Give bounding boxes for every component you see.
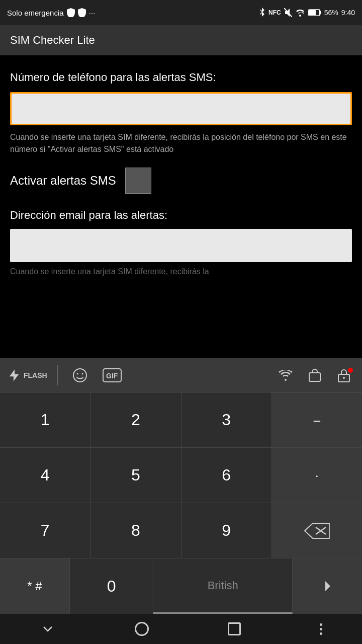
- bluetooth-icon: [258, 8, 265, 18]
- status-bar: Solo emergencia ··· NFC 56% 9:40: [0, 0, 362, 25]
- key-7[interactable]: 7: [0, 503, 90, 558]
- key-5[interactable]: 5: [90, 448, 181, 503]
- key-sym[interactable]: * #: [0, 558, 70, 614]
- key-zero[interactable]: 0: [70, 558, 153, 614]
- gif-button[interactable]: GIF: [99, 366, 126, 384]
- kb-bag-icon: [308, 368, 322, 382]
- carrier-text: Solo emergencia: [7, 9, 64, 17]
- kb-row-2: 4 5 6 ·: [0, 448, 362, 503]
- status-right: NFC 56% 9:40: [258, 8, 355, 18]
- shield-icon-2: [78, 8, 86, 17]
- kb-wifi-button[interactable]: [275, 368, 297, 383]
- keyboard-toolbar: FLASH GIF: [0, 358, 362, 392]
- svg-rect-2: [319, 11, 321, 15]
- nav-home-button[interactable]: [135, 622, 149, 636]
- sym-label: * #: [27, 579, 42, 593]
- lang-label: British: [208, 579, 238, 592]
- kb-row-3: 7 8 9: [0, 503, 362, 558]
- flash-label: FLASH: [24, 371, 47, 379]
- keyboard-rows: 1 2 3 – 4 5 6 · 7 8 9: [0, 392, 362, 614]
- toolbar-divider-1: [57, 365, 58, 385]
- arrow-right-icon: [320, 579, 334, 593]
- nav-home-icon: [135, 622, 149, 636]
- mute-icon: [284, 8, 292, 17]
- cutoff-text: Cuando se inserte una tarjeta SIM difere…: [10, 267, 352, 279]
- app-bar: SIM Checker Lite: [0, 25, 362, 55]
- kb-wifi-icon: [279, 370, 293, 381]
- svg-point-4: [73, 369, 86, 382]
- battery-pct: 56%: [324, 9, 338, 17]
- nav-back-icon: [40, 621, 56, 637]
- sms-toggle-label: Activar alertas SMS: [10, 174, 116, 188]
- zero-label: 0: [107, 577, 116, 596]
- flash-icon: [7, 368, 21, 382]
- nav-menu-button[interactable]: [320, 623, 322, 635]
- key-arrow[interactable]: [293, 558, 362, 614]
- sms-toggle-row: Activar alertas SMS: [10, 168, 352, 194]
- key-8[interactable]: 8: [90, 503, 181, 558]
- keyboard: FLASH GIF: [0, 358, 362, 614]
- lock-red-dot: [348, 368, 353, 373]
- battery-icon: [308, 9, 321, 16]
- email-section-label: Dirección email para las alertas:: [10, 209, 352, 222]
- svg-point-11: [343, 377, 345, 379]
- emoji-button[interactable]: [68, 366, 92, 385]
- main-content: Número de teléfono para las alertas SMS:…: [0, 55, 362, 279]
- nav-recents-icon: [228, 622, 241, 635]
- key-6[interactable]: 6: [182, 448, 272, 503]
- sms-toggle-checkbox[interactable]: [125, 168, 151, 194]
- svg-point-6: [81, 373, 83, 374]
- emoji-icon: [72, 368, 87, 383]
- email-input[interactable]: [10, 229, 352, 262]
- time: 9:40: [341, 9, 355, 17]
- key-lang[interactable]: British: [153, 558, 293, 614]
- shield-icon-1: [67, 8, 75, 17]
- key-backspace[interactable]: [272, 503, 362, 558]
- key-3[interactable]: 3: [182, 392, 272, 447]
- gif-icon: GIF: [103, 368, 122, 382]
- key-dot[interactable]: ·: [272, 448, 362, 503]
- phone-input[interactable]: [10, 92, 352, 125]
- flash-button[interactable]: FLASH: [7, 368, 47, 382]
- nav-menu-icon: [320, 623, 322, 635]
- wifi-icon: [295, 9, 305, 17]
- kb-row-last: * # 0 British: [0, 558, 362, 614]
- key-4[interactable]: 4: [0, 448, 90, 503]
- key-1[interactable]: 1: [0, 392, 90, 447]
- key-dash[interactable]: –: [272, 392, 362, 447]
- kb-lock-button[interactable]: [333, 366, 355, 385]
- nav-recents-button[interactable]: [228, 622, 241, 635]
- kb-row-1: 1 2 3 –: [0, 392, 362, 448]
- svg-text:GIF: GIF: [106, 372, 118, 380]
- status-left: Solo emergencia ···: [7, 8, 95, 17]
- phone-helper-text: Cuando se inserte una tarjeta SIM difere…: [10, 131, 352, 155]
- key-2[interactable]: 2: [90, 392, 181, 447]
- nav-back-button[interactable]: [40, 621, 56, 637]
- backspace-icon: [304, 522, 330, 539]
- svg-point-5: [76, 373, 78, 374]
- nav-bar: [0, 614, 362, 644]
- svg-rect-9: [309, 373, 320, 381]
- ellipsis: ···: [89, 9, 96, 17]
- phone-section-label: Número de teléfono para las alertas SMS:: [10, 70, 352, 85]
- nfc-icon: NFC: [268, 9, 281, 16]
- key-9[interactable]: 9: [182, 503, 272, 558]
- kb-bag-button[interactable]: [304, 366, 326, 384]
- svg-rect-3: [309, 10, 316, 15]
- app-title: SIM Checker Lite: [10, 34, 95, 47]
